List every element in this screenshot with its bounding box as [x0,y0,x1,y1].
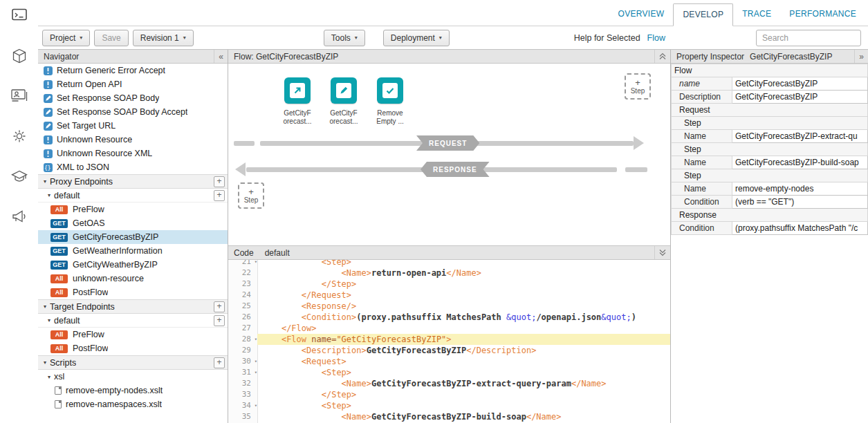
tab-overview[interactable]: OVERVIEW [609,3,674,26]
code-line[interactable]: 31▾ <Step> [228,367,670,378]
flow-step[interactable]: GetCityForecast... [326,77,362,126]
inspector-row: NameGetCityForecastByZIP-extract-qu [672,130,868,143]
flow-step[interactable]: GetCityForecast... [279,77,315,126]
navigator-item[interactable]: ▾default+ [38,189,228,203]
collapse-down-icon[interactable] [654,246,670,259]
navigator-section-scripts[interactable]: ▾Scripts+ [38,355,228,370]
navigator-item[interactable]: GETGetCityWeatherByZIP [38,258,228,272]
fold-marker-icon[interactable]: ▾ [255,260,257,267]
portal-icon[interactable] [9,86,30,106]
navigator-item[interactable]: {}XML to JSON [38,160,228,174]
navigator-item[interactable]: Return Generic Error Accept [38,64,228,77]
add-button[interactable]: + [214,301,225,312]
revision-button[interactable]: Revision 1 ▾ [133,30,194,46]
inspector-section-label: Step [672,117,868,130]
tab-trace[interactable]: TRACE [733,3,780,26]
tab-performance[interactable]: PERFORMANCE [780,3,865,26]
inspector-prop-value[interactable]: GetCityForecastByZIP-extract-qu [732,130,868,143]
navigator-item[interactable]: GETGetCityForecastByZIP [38,230,228,244]
fold-marker-icon[interactable]: ▾ [255,367,257,378]
fold-marker-icon[interactable]: ▾ [255,356,257,367]
navigator-item[interactable]: remove-namespaces.xslt [38,397,228,411]
navigator-item[interactable]: Set Response SOAP Body Accept [38,105,228,119]
method-badge: All [50,344,68,353]
expand-caret-icon[interactable]: ▾ [48,317,50,323]
inspector-prop-value[interactable]: (proxy.pathsuffix MatchesPath "/c [732,222,868,235]
collapse-up-icon[interactable] [654,50,670,63]
navigator-item[interactable]: GETGetOAS [38,216,228,230]
help-flow-link[interactable]: Flow [647,33,665,43]
expand-caret-icon[interactable]: ▾ [44,359,46,366]
navigator-item[interactable]: AllPostFlow [38,341,228,355]
add-button[interactable]: + [214,190,225,201]
project-button[interactable]: Project ▾ [42,30,90,46]
code-line[interactable]: 21▾ <Step> [228,260,670,267]
deployment-button[interactable]: Deployment ▾ [383,30,450,46]
code-line[interactable]: 26 <Condition>(proxy.pathsuffix MatchesP… [228,312,670,323]
code-line[interactable]: 29 <Description>GetCityForecastByZIP</De… [228,345,670,356]
chevron-down-icon: ▾ [439,35,442,41]
navigator-item[interactable]: AllPreFlow [38,328,228,341]
flow-step[interactable]: RemoveEmpty ... [372,77,408,126]
navigator-item[interactable]: Return Open API [38,77,228,91]
add-button[interactable]: + [214,315,225,326]
expand-caret-icon[interactable]: ▾ [48,192,50,198]
navigator-item[interactable]: Unknown Resource XML [38,147,228,160]
tab-develop[interactable]: DEVELOP [673,3,733,26]
fold-marker-icon[interactable]: ▾ [255,400,257,411]
navigator-item-label: XML to JSON [57,162,109,172]
education-icon[interactable] [9,166,30,187]
navigator-item[interactable]: AllPreFlow [38,203,228,216]
navigator-item[interactable]: Allunknown-resource [38,272,228,285]
code-text: <Request> [257,356,670,367]
add-step-button-request[interactable]: + Step [625,73,651,100]
code-line[interactable]: 33 </Step> [228,389,670,400]
code-editor[interactable]: 21▾ <Step>22 <Name>return-open-api</Name… [228,260,670,423]
navigator-item[interactable]: Set Response SOAP Body [38,91,228,105]
navigator-item[interactable]: Unknown Resource [38,133,228,147]
inspector-prop-value[interactable]: remove-empty-nodes [732,182,868,196]
code-line[interactable]: 30▾ <Request> [228,356,670,367]
inspector-row: Condition(proxy.pathsuffix MatchesPath "… [672,222,868,235]
inspector-prop-value[interactable]: GetCityForecastByZIP [732,91,868,104]
collapse-right-icon[interactable]: » [854,50,868,63]
expand-caret-icon[interactable]: ▾ [48,374,50,380]
icon-strip [0,0,38,423]
inspector-prop-value[interactable]: (verb == "GET") [732,196,868,209]
code-line[interactable]: 34▾ <Step> [228,400,670,411]
add-step-button-response[interactable]: + Step [238,182,264,209]
code-line[interactable]: 24 </Request> [228,290,670,301]
search-input[interactable] [756,30,861,46]
package-icon[interactable] [9,46,30,66]
expand-caret-icon[interactable]: ▾ [44,303,46,310]
fold-marker-icon[interactable]: ▾ [255,334,257,345]
code-line[interactable]: 23 </Step> [228,279,670,290]
navigator-item[interactable]: ▾default+ [38,314,228,328]
save-button[interactable]: Save [94,30,128,46]
add-button[interactable]: + [214,176,225,187]
code-line[interactable]: 32 <Name>GetCityForecastByZIP-extract-qu… [228,378,670,389]
add-button[interactable]: + [214,357,225,368]
navigator-item[interactable]: Set Target URL [38,119,228,133]
collapse-left-icon[interactable]: « [214,50,228,63]
navigator-item[interactable]: AllPostFlow [38,285,228,299]
tools-button[interactable]: Tools ▾ [324,30,365,46]
navigator-item[interactable]: GETGetWeatherInformation [38,244,228,258]
inspector-prop-value[interactable]: GetCityForecastByZIP-build-soap [732,156,868,169]
code-line[interactable]: 22 <Name>return-open-api</Name> [228,267,670,279]
navigator-item[interactable]: ▾xsl [38,370,228,384]
code-line[interactable]: 25 <Response/> [228,301,670,312]
inspector-prop-value[interactable]: GetCityForecastByZIP [732,77,868,91]
console-icon[interactable] [9,4,30,25]
revision-button-label: Revision 1 [140,33,179,43]
navigator-section-target-endpoints[interactable]: ▾Target Endpoints+ [38,299,228,314]
code-line[interactable]: 28▾ <Flow name="GetCityForecastByZIP"> [228,334,670,345]
code-line[interactable]: 27 </Flow> [228,323,670,334]
navigator-section-proxy-endpoints[interactable]: ▾Proxy Endpoints+ [38,174,228,189]
expand-caret-icon[interactable]: ▾ [44,178,46,185]
navigator-item-label: Set Target URL [57,121,116,131]
code-line[interactable]: 35 <Name>GetCityForecastByZIP-build-soap… [228,411,670,422]
settings-icon[interactable] [9,126,30,147]
feedback-icon[interactable] [9,206,30,227]
navigator-item[interactable]: remove-empty-nodes.xslt [38,384,228,397]
